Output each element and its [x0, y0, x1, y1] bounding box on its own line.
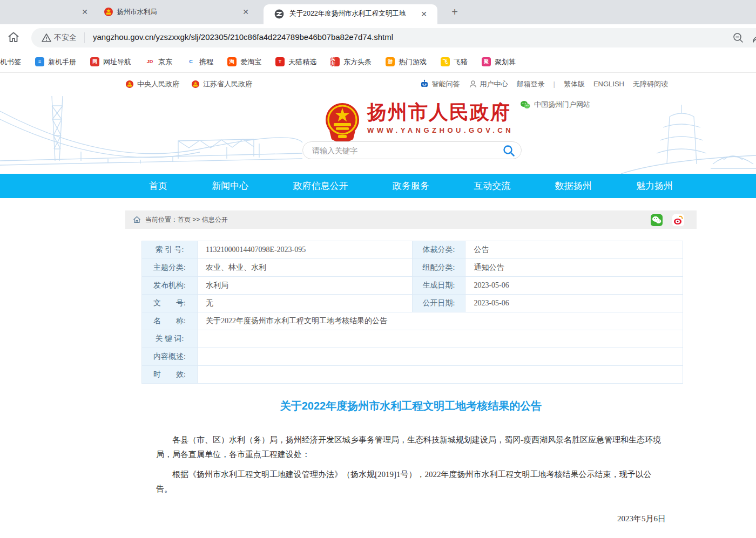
site-favicon-icon: [274, 9, 284, 19]
bookmark-favicon-icon: 飞: [441, 57, 450, 66]
table-row: 关 键 词:: [142, 330, 683, 348]
meta-value: 通知公告: [465, 259, 683, 277]
home-icon[interactable]: [6, 30, 21, 44]
address-bar[interactable]: 不安全 yangzhou.gov.cn/yzszxxgk/slj/202305/…: [31, 28, 756, 47]
tab2-close-icon[interactable]: ✕: [241, 7, 251, 17]
nav-item[interactable]: 新闻中心: [212, 180, 248, 192]
table-row: 时 效:: [142, 366, 683, 384]
url-text[interactable]: yangzhou.gov.cn/yzszxxgk/slj/202305/210c…: [93, 32, 393, 42]
bookmark-list: ≡ 新机手册 网 网址导航 JD 京东 C 携程 淘 爱淘宝: [35, 57, 516, 67]
site-name: 扬州市人民政府: [367, 101, 514, 123]
security-status-label: 不安全: [54, 33, 77, 43]
bookmark-item[interactable]: 东方 东方头条: [330, 57, 372, 67]
bookmark-favicon-icon: C: [186, 57, 195, 66]
article-paragraph: 各县（市、区）水利（务）局，扬州经济开发区城乡事务管理局，生态科技新城规划建设局…: [156, 433, 666, 462]
tab-active-announcement[interactable]: 关于2022年度扬州市水利工程文明工地 ✕: [264, 4, 437, 24]
meta-value: [197, 348, 683, 366]
bookmark-item[interactable]: T 天猫精选: [275, 57, 316, 67]
nav-item[interactable]: 政务服务: [393, 180, 429, 192]
bookmark-label: 热门游戏: [399, 57, 427, 67]
bookmark-item[interactable]: 游 热门游戏: [386, 57, 427, 67]
meta-label: 主题分类:: [142, 259, 198, 277]
tab1-close-icon[interactable]: ✕: [80, 7, 90, 17]
meta-label: 关 键 词:: [142, 330, 198, 348]
meta-value: [197, 366, 683, 384]
new-tab-button[interactable]: +: [447, 5, 462, 20]
meta-value: 2023-05-06: [465, 295, 683, 312]
main-nav: 首页 新闻中心 政府信息公开 政务服务 互动交流 数据扬州 魅力扬州: [0, 174, 756, 198]
meta-value: 无: [197, 295, 412, 312]
smart-qa-link[interactable]: 智能问答: [420, 79, 460, 89]
nav-item[interactable]: 数据扬州: [555, 180, 592, 192]
accessibility-link[interactable]: 无障碍阅读: [633, 79, 668, 89]
table-row: 主题分类: 农业、林业、水利 组配分类: 通知公告: [142, 259, 683, 277]
traditional-version-link[interactable]: 繁体版: [564, 79, 585, 89]
bookmark-favicon-icon: 游: [386, 57, 395, 66]
meta-label: 文 号:: [142, 295, 198, 312]
meta-value: [197, 330, 683, 348]
bookmark-label: 爱淘宝: [240, 57, 261, 67]
site-logo[interactable]: 扬州市人民政府 WWW.YANGZHOU.GOV.CN: [323, 101, 514, 144]
meta-label: 索 引 号:: [142, 241, 198, 259]
bookmark-label: 新机手册: [48, 57, 76, 67]
nav-item[interactable]: 互动交流: [474, 180, 510, 192]
table-row: 索 引 号: 11321000014407098E-2023-095 体裁分类:…: [142, 241, 683, 259]
user-center-link[interactable]: 用户中心: [469, 79, 508, 89]
tab-yangzhou-water-bureau[interactable]: 扬州市水利局 ✕: [92, 0, 264, 24]
search-icon[interactable]: [502, 144, 516, 158]
mail-login-link[interactable]: 邮箱登录: [517, 79, 545, 89]
nav-item[interactable]: 政府信息公开: [293, 180, 348, 192]
browser-tab-strip: ✕ 扬州市水利局 ✕ 关于2022年度扬州市水利工程文明工地 ✕ +: [0, 0, 756, 24]
site-banner: 扬州市人民政府 WWW.YANGZHOU.GOV.CN 中国扬州门户网站: [0, 95, 756, 174]
article-title: 关于2022年度扬州市水利工程文明工地考核结果的公告: [156, 399, 666, 413]
bookmark-item[interactable]: JD 京东: [145, 57, 172, 67]
gov-emblem-icon: [104, 7, 113, 17]
bookmark-item[interactable]: 淘 爱淘宝: [227, 57, 261, 67]
weibo-share-icon[interactable]: [672, 214, 685, 227]
article: 关于2022年度扬州市水利工程文明工地考核结果的公告 各县（市、区）水利（务）局…: [125, 399, 697, 538]
utils-divider: |: [554, 80, 555, 88]
meta-label: 体裁分类:: [412, 241, 465, 259]
bookmark-partial-label[interactable]: 机书签: [0, 57, 21, 67]
share-icon[interactable]: [752, 32, 756, 45]
bookmark-label: 网址导航: [103, 57, 131, 67]
meta-label: 组配分类:: [412, 259, 465, 277]
home-breadcrumb-icon[interactable]: [133, 216, 141, 223]
english-version-link[interactable]: ENGLISH: [593, 80, 624, 88]
user-center-label: 用户中心: [480, 79, 508, 89]
bookmark-favicon-icon: 网: [90, 57, 99, 66]
zoom-out-icon[interactable]: [732, 32, 744, 44]
site-url: WWW.YANGZHOU.GOV.CN: [367, 126, 514, 134]
bookmark-label: 聚划算: [495, 57, 516, 67]
bookmark-item[interactable]: ≡ 新机手册: [35, 57, 76, 67]
meta-value: 关于2022年度扬州市水利工程文明工地考核结果的公告: [197, 312, 683, 330]
bookmark-item[interactable]: C 携程: [186, 57, 213, 67]
bookmark-item[interactable]: 飞 飞猪: [441, 57, 468, 67]
meta-label: 发布机构:: [142, 277, 198, 295]
bookmark-label: 携程: [199, 57, 213, 67]
nav-item[interactable]: 首页: [149, 180, 167, 192]
portal-badge[interactable]: 中国扬州门户网站: [520, 100, 590, 110]
document-meta-table: 索 引 号: 11321000014407098E-2023-095 体裁分类:…: [141, 241, 683, 384]
nav-item[interactable]: 魅力扬州: [636, 180, 673, 192]
not-secure-warning-icon[interactable]: [41, 32, 52, 43]
bookmark-favicon-icon: T: [275, 57, 285, 66]
gov-portal-link[interactable]: 中央人民政府: [125, 79, 179, 89]
tab-title: 扬州市水利局: [117, 8, 235, 17]
bookmark-item[interactable]: 聚 聚划算: [482, 57, 516, 67]
gov-portal-link[interactable]: 江苏省人民政府: [191, 79, 252, 89]
tab3-close-icon[interactable]: ✕: [419, 9, 429, 19]
robot-icon: [420, 79, 429, 89]
search-input[interactable]: [312, 142, 496, 158]
article-paragraph: 根据《扬州市水利工程文明工地建设管理办法》（扬水规[2019]1号），2022年…: [156, 467, 666, 496]
portal-label: 中国扬州门户网站: [534, 100, 590, 110]
gov-emblem-icon: [125, 80, 134, 88]
breadcrumb-text[interactable]: 当前位置：首页 >> 信息公开: [145, 215, 228, 224]
bookmarks-bar: 机书签 ≡ 新机手册 网 网址导航 JD 京东 C 携程 淘: [0, 51, 756, 73]
table-row: 发布机构: 水利局 生成日期: 2023-05-06: [142, 277, 683, 295]
bookmark-item[interactable]: 网 网址导航: [90, 57, 131, 67]
meta-value: 水利局: [197, 277, 412, 295]
bookmark-label: 天猫精选: [288, 57, 316, 67]
browser-toolbar: 不安全 yangzhou.gov.cn/yzszxxgk/slj/202305/…: [0, 24, 756, 51]
wechat-share-icon[interactable]: [650, 214, 663, 227]
